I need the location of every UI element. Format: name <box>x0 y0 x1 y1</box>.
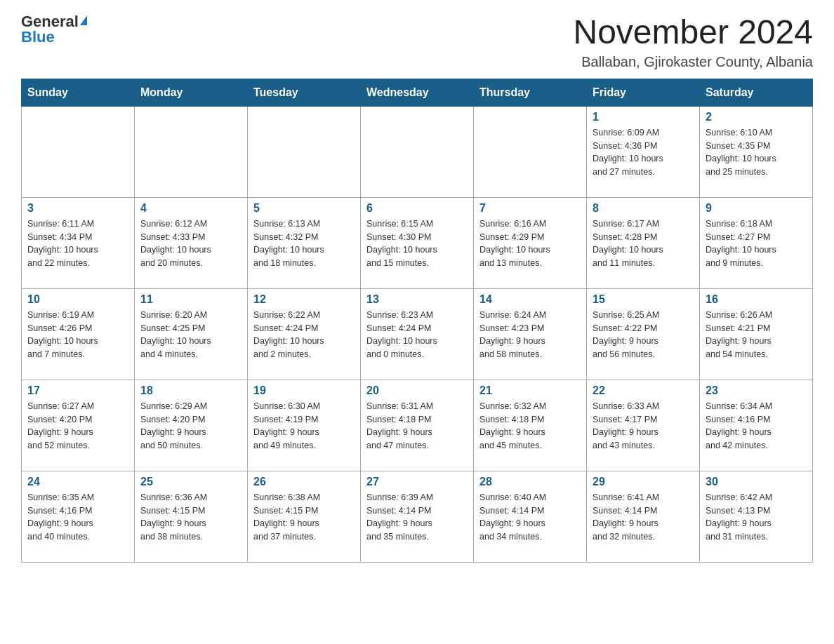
day-number: 8 <box>593 202 694 215</box>
day-number: 24 <box>27 476 128 488</box>
calendar-cell: 4Sunrise: 6:12 AM Sunset: 4:33 PM Daylig… <box>135 197 248 288</box>
day-number: 19 <box>253 384 355 397</box>
calendar-header-monday: Monday <box>135 79 248 106</box>
logo: General Blue <box>21 14 87 45</box>
day-info: Sunrise: 6:10 AM Sunset: 4:35 PM Dayligh… <box>706 126 807 179</box>
calendar-cell: 22Sunrise: 6:33 AM Sunset: 4:17 PM Dayli… <box>587 380 700 471</box>
calendar-week-row: 24Sunrise: 6:35 AM Sunset: 4:16 PM Dayli… <box>22 471 813 562</box>
calendar-cell: 17Sunrise: 6:27 AM Sunset: 4:20 PM Dayli… <box>22 380 135 471</box>
calendar-week-row: 10Sunrise: 6:19 AM Sunset: 4:26 PM Dayli… <box>22 288 813 380</box>
day-info: Sunrise: 6:31 AM Sunset: 4:18 PM Dayligh… <box>366 400 468 452</box>
calendar-cell: 5Sunrise: 6:13 AM Sunset: 4:32 PM Daylig… <box>248 197 361 288</box>
day-number: 1 <box>593 111 694 123</box>
day-info: Sunrise: 6:20 AM Sunset: 4:25 PM Dayligh… <box>140 309 241 361</box>
day-info: Sunrise: 6:09 AM Sunset: 4:36 PM Dayligh… <box>593 126 694 179</box>
day-number: 22 <box>593 384 694 397</box>
calendar-cell <box>474 106 587 197</box>
calendar-cell: 19Sunrise: 6:30 AM Sunset: 4:19 PM Dayli… <box>248 380 361 471</box>
calendar-cell: 12Sunrise: 6:22 AM Sunset: 4:24 PM Dayli… <box>248 288 361 380</box>
day-number: 16 <box>706 293 807 306</box>
calendar-cell: 11Sunrise: 6:20 AM Sunset: 4:25 PM Dayli… <box>135 288 248 380</box>
day-number: 3 <box>27 202 128 215</box>
calendar-header-wednesday: Wednesday <box>361 79 474 106</box>
day-info: Sunrise: 6:35 AM Sunset: 4:16 PM Dayligh… <box>27 491 128 544</box>
day-number: 9 <box>706 202 807 215</box>
calendar-cell: 25Sunrise: 6:36 AM Sunset: 4:15 PM Dayli… <box>135 471 248 562</box>
calendar-cell: 18Sunrise: 6:29 AM Sunset: 4:20 PM Dayli… <box>135 380 248 471</box>
calendar-header-thursday: Thursday <box>474 79 587 106</box>
calendar-header-saturday: Saturday <box>700 79 813 106</box>
calendar-cell <box>22 106 135 197</box>
day-number: 7 <box>479 202 581 215</box>
calendar-header-tuesday: Tuesday <box>248 79 361 106</box>
day-info: Sunrise: 6:24 AM Sunset: 4:23 PM Dayligh… <box>479 309 581 361</box>
calendar-cell: 14Sunrise: 6:24 AM Sunset: 4:23 PM Dayli… <box>474 288 587 380</box>
calendar-week-row: 1Sunrise: 6:09 AM Sunset: 4:36 PM Daylig… <box>22 106 813 197</box>
day-info: Sunrise: 6:15 AM Sunset: 4:30 PM Dayligh… <box>366 217 468 270</box>
day-number: 12 <box>253 293 355 306</box>
calendar-cell: 13Sunrise: 6:23 AM Sunset: 4:24 PM Dayli… <box>361 288 474 380</box>
day-number: 25 <box>140 476 241 488</box>
day-number: 21 <box>479 384 581 397</box>
calendar-cell: 15Sunrise: 6:25 AM Sunset: 4:22 PM Dayli… <box>587 288 700 380</box>
day-number: 6 <box>366 202 468 215</box>
calendar-cell: 23Sunrise: 6:34 AM Sunset: 4:16 PM Dayli… <box>700 380 813 471</box>
day-info: Sunrise: 6:39 AM Sunset: 4:14 PM Dayligh… <box>366 491 468 544</box>
calendar-cell <box>135 106 248 197</box>
calendar-cell: 28Sunrise: 6:40 AM Sunset: 4:14 PM Dayli… <box>474 471 587 562</box>
day-info: Sunrise: 6:17 AM Sunset: 4:28 PM Dayligh… <box>593 217 694 270</box>
day-number: 10 <box>27 293 128 306</box>
calendar-week-row: 3Sunrise: 6:11 AM Sunset: 4:34 PM Daylig… <box>22 197 813 288</box>
day-number: 17 <box>27 384 128 397</box>
calendar-cell: 9Sunrise: 6:18 AM Sunset: 4:27 PM Daylig… <box>700 197 813 288</box>
calendar-cell: 30Sunrise: 6:42 AM Sunset: 4:13 PM Dayli… <box>700 471 813 562</box>
calendar-header-sunday: Sunday <box>22 79 135 106</box>
calendar-cell: 29Sunrise: 6:41 AM Sunset: 4:14 PM Dayli… <box>587 471 700 562</box>
calendar-cell: 21Sunrise: 6:32 AM Sunset: 4:18 PM Dayli… <box>474 380 587 471</box>
day-info: Sunrise: 6:16 AM Sunset: 4:29 PM Dayligh… <box>479 217 581 270</box>
day-info: Sunrise: 6:25 AM Sunset: 4:22 PM Dayligh… <box>593 309 694 361</box>
day-info: Sunrise: 6:33 AM Sunset: 4:17 PM Dayligh… <box>593 400 694 452</box>
calendar-week-row: 17Sunrise: 6:27 AM Sunset: 4:20 PM Dayli… <box>22 380 813 471</box>
day-info: Sunrise: 6:42 AM Sunset: 4:13 PM Dayligh… <box>706 491 807 544</box>
day-info: Sunrise: 6:41 AM Sunset: 4:14 PM Dayligh… <box>593 491 694 544</box>
day-number: 4 <box>140 202 241 215</box>
day-info: Sunrise: 6:29 AM Sunset: 4:20 PM Dayligh… <box>140 400 241 452</box>
calendar-cell: 2Sunrise: 6:10 AM Sunset: 4:35 PM Daylig… <box>700 106 813 197</box>
subtitle: Ballaban, Gjirokaster County, Albania <box>573 54 813 70</box>
day-info: Sunrise: 6:34 AM Sunset: 4:16 PM Dayligh… <box>706 400 807 452</box>
day-number: 23 <box>706 384 807 397</box>
day-number: 27 <box>366 476 468 488</box>
day-info: Sunrise: 6:36 AM Sunset: 4:15 PM Dayligh… <box>140 491 241 544</box>
calendar-cell: 16Sunrise: 6:26 AM Sunset: 4:21 PM Dayli… <box>700 288 813 380</box>
calendar-header-friday: Friday <box>587 79 700 106</box>
day-info: Sunrise: 6:22 AM Sunset: 4:24 PM Dayligh… <box>253 309 355 361</box>
day-number: 20 <box>366 384 468 397</box>
main-title: November 2024 <box>573 14 813 51</box>
day-info: Sunrise: 6:30 AM Sunset: 4:19 PM Dayligh… <box>253 400 355 452</box>
day-info: Sunrise: 6:23 AM Sunset: 4:24 PM Dayligh… <box>366 309 468 361</box>
title-block: November 2024 Ballaban, Gjirokaster Coun… <box>573 14 813 70</box>
day-info: Sunrise: 6:38 AM Sunset: 4:15 PM Dayligh… <box>253 491 355 544</box>
day-info: Sunrise: 6:40 AM Sunset: 4:14 PM Dayligh… <box>479 491 581 544</box>
day-info: Sunrise: 6:27 AM Sunset: 4:20 PM Dayligh… <box>27 400 128 452</box>
day-info: Sunrise: 6:26 AM Sunset: 4:21 PM Dayligh… <box>706 309 807 361</box>
day-info: Sunrise: 6:18 AM Sunset: 4:27 PM Dayligh… <box>706 217 807 270</box>
calendar-cell: 24Sunrise: 6:35 AM Sunset: 4:16 PM Dayli… <box>22 471 135 562</box>
calendar-cell: 6Sunrise: 6:15 AM Sunset: 4:30 PM Daylig… <box>361 197 474 288</box>
calendar-cell: 10Sunrise: 6:19 AM Sunset: 4:26 PM Dayli… <box>22 288 135 380</box>
day-info: Sunrise: 6:11 AM Sunset: 4:34 PM Dayligh… <box>27 217 128 270</box>
calendar-header-row: SundayMondayTuesdayWednesdayThursdayFrid… <box>22 79 813 106</box>
day-number: 30 <box>706 476 807 488</box>
day-number: 5 <box>253 202 355 215</box>
calendar-cell: 3Sunrise: 6:11 AM Sunset: 4:34 PM Daylig… <box>22 197 135 288</box>
day-number: 28 <box>479 476 581 488</box>
day-info: Sunrise: 6:13 AM Sunset: 4:32 PM Dayligh… <box>253 217 355 270</box>
page-header: General Blue November 2024 Ballaban, Gji… <box>21 14 813 70</box>
calendar-cell: 20Sunrise: 6:31 AM Sunset: 4:18 PM Dayli… <box>361 380 474 471</box>
day-number: 26 <box>253 476 355 488</box>
day-number: 13 <box>366 293 468 306</box>
day-number: 14 <box>479 293 581 306</box>
calendar-cell: 8Sunrise: 6:17 AM Sunset: 4:28 PM Daylig… <box>587 197 700 288</box>
calendar-cell: 1Sunrise: 6:09 AM Sunset: 4:36 PM Daylig… <box>587 106 700 197</box>
